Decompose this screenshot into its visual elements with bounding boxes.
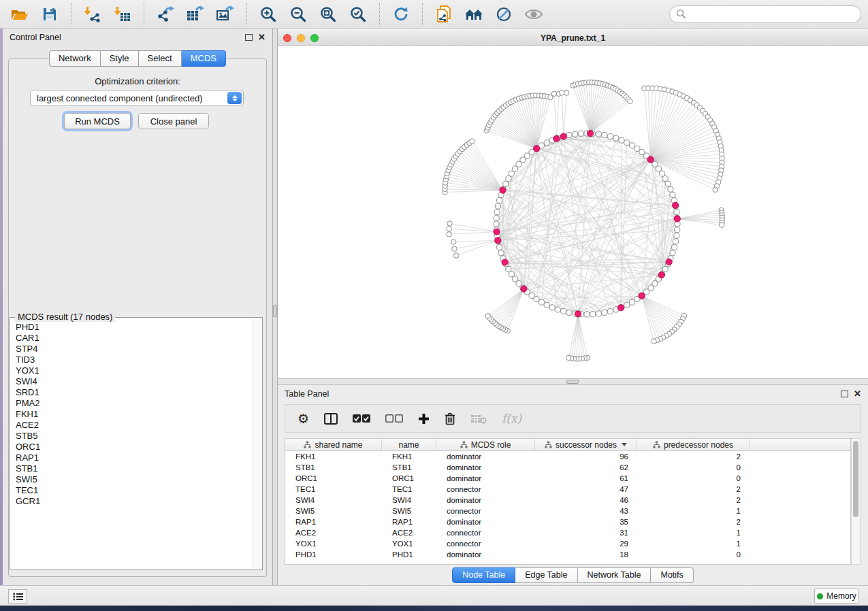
table-scrollbar[interactable] <box>851 438 861 565</box>
zoom-in-button[interactable] <box>255 3 281 26</box>
cell-name: YOX1 <box>382 538 436 549</box>
column-header-shared-name[interactable]: shared name <box>285 439 382 450</box>
table-row[interactable]: FKH1FKH1dominator962 <box>285 451 850 462</box>
mcds-node-item[interactable]: FKH1 <box>16 409 253 420</box>
tab-edge-table[interactable]: Edge Table <box>515 567 577 583</box>
zoom-selected-icon <box>349 5 367 23</box>
cell-successor-nodes: 35 <box>535 516 637 527</box>
node-table[interactable]: shared namenameMCDS rolesuccessor nodesp… <box>285 438 851 565</box>
delete-rows-button[interactable] <box>445 412 455 425</box>
horizontal-splitter[interactable] <box>278 378 868 385</box>
cell-mcds-role: dominator <box>436 516 535 527</box>
float-panel-icon[interactable] <box>841 391 848 397</box>
table-row[interactable]: ACE2ACE2connector311 <box>285 527 850 538</box>
save-session-button[interactable] <box>37 3 63 26</box>
mcds-node-item[interactable]: SRD1 <box>16 387 253 398</box>
splitter-handle[interactable] <box>273 305 277 317</box>
mcds-result-list[interactable]: PHD1CAR1STP4TID3YOX1SWI4SRD1PMA2FKH1ACE2… <box>11 322 253 567</box>
mcds-node-item[interactable]: PHD1 <box>16 322 253 333</box>
hide-selected-button[interactable] <box>491 3 517 26</box>
run-mcds-button[interactable]: Run MCDS <box>64 113 131 129</box>
apply-function-button[interactable]: f(x) <box>502 412 521 425</box>
mcds-node-item[interactable]: CAR1 <box>16 333 253 344</box>
tab-network[interactable]: Network <box>49 50 101 67</box>
search-input[interactable] <box>686 10 854 19</box>
refresh-button[interactable] <box>388 3 414 26</box>
status-bar: Memory <box>0 585 868 606</box>
mcds-node-item[interactable]: RAP1 <box>16 452 253 463</box>
table-row[interactable]: SWI4SWI4dominator462 <box>285 495 850 506</box>
close-panel-button[interactable]: Close panel <box>138 113 209 129</box>
mcds-node-item[interactable]: ORC1 <box>16 442 253 452</box>
mcds-list-scrollbar[interactable] <box>253 318 261 567</box>
mcds-node-item[interactable]: TEC1 <box>16 485 253 496</box>
table-row[interactable]: ORC1ORC1dominator610 <box>285 473 850 484</box>
splitter-handle[interactable] <box>566 380 579 384</box>
import-network-icon <box>84 5 101 23</box>
settings-gear-button[interactable]: ⚙ <box>298 411 309 427</box>
control-panel-tabs: NetworkStyleSelectMCDS <box>3 50 272 67</box>
add-row-button[interactable] <box>418 413 430 425</box>
task-history-button[interactable] <box>8 589 27 604</box>
zoom-fit-button[interactable] <box>315 3 341 26</box>
network-view-canvas[interactable] <box>278 46 868 378</box>
zoom-out-button[interactable] <box>285 3 311 26</box>
tab-network-table[interactable]: Network Table <box>578 567 652 583</box>
table-row[interactable]: STB1STB1dominator620 <box>285 462 850 473</box>
show-columns-button[interactable] <box>324 413 338 425</box>
delete-table-button[interactable] <box>470 414 487 424</box>
tab-mcds[interactable]: MCDS <box>182 50 226 67</box>
cell-name: STB1 <box>382 462 436 473</box>
table-row[interactable]: PHD1PHD1dominator180 <box>285 549 850 560</box>
mcds-node-item[interactable]: ACE2 <box>16 420 253 431</box>
mcds-node-item[interactable]: YOX1 <box>16 365 253 376</box>
tab-motifs[interactable]: Motifs <box>651 567 693 583</box>
import-table-button[interactable] <box>110 3 135 26</box>
mcds-node-item[interactable]: STB5 <box>16 431 253 442</box>
table-row[interactable]: TEC1TEC1connector472 <box>285 484 850 495</box>
mcds-node-item[interactable]: STP4 <box>16 344 253 354</box>
scrollbar-thumb[interactable] <box>853 441 858 517</box>
select-all-button[interactable] <box>353 414 370 423</box>
export-network-button[interactable] <box>152 3 178 26</box>
mcds-node-item[interactable]: SWI4 <box>16 376 253 387</box>
optimization-criterion-select[interactable]: largest connected component (undirected) <box>30 90 244 106</box>
mcds-node-item[interactable]: STB1 <box>16 463 253 474</box>
close-panel-icon[interactable]: ✕ <box>854 391 861 397</box>
memory-button[interactable]: Memory <box>814 589 859 604</box>
table-row[interactable]: RAP1RAP1dominator352 <box>285 516 850 527</box>
clone-network-button[interactable] <box>431 3 457 26</box>
close-panel-icon[interactable]: ✕ <box>258 34 266 41</box>
cell-shared-name: PHD1 <box>285 549 382 560</box>
desktop-wallpaper-bottom <box>0 606 868 611</box>
table-toolbar: ⚙ f(x) <box>285 404 861 433</box>
float-panel-icon[interactable] <box>245 34 253 41</box>
mcds-node-item[interactable]: GCR1 <box>16 496 253 507</box>
deselect-all-button[interactable] <box>385 414 403 423</box>
show-hidden-button[interactable] <box>521 3 547 26</box>
search-box[interactable] <box>669 5 861 23</box>
mcds-node-item[interactable]: TID3 <box>16 354 253 365</box>
mcds-node-item[interactable]: SWI5 <box>16 474 253 485</box>
column-header-predecessor-nodes[interactable]: predecessor nodes <box>637 439 750 450</box>
column-header-name[interactable]: name <box>382 439 436 450</box>
export-table-button[interactable] <box>182 3 208 26</box>
open-session-button[interactable] <box>7 3 33 26</box>
column-header-successor-nodes[interactable]: successor nodes <box>535 439 637 450</box>
tab-select[interactable]: Select <box>139 50 182 67</box>
vertical-splitter[interactable] <box>272 29 278 585</box>
tab-node-table[interactable]: Node Table <box>452 567 515 583</box>
export-image-button[interactable] <box>212 3 238 26</box>
table-row[interactable]: YOX1YOX1connector291 <box>285 538 850 549</box>
zoom-selected-button[interactable] <box>345 3 371 26</box>
table-row[interactable]: SWI5SWI5connector431 <box>285 506 850 516</box>
column-header-mcds-role[interactable]: MCDS role <box>436 439 535 450</box>
mcds-result-group: MCDS result (17 nodes) PHD1CAR1STP4TID3Y… <box>10 317 263 570</box>
import-network-button[interactable] <box>80 3 106 26</box>
tab-style[interactable]: Style <box>101 50 139 67</box>
toolbar-separator <box>71 3 71 25</box>
cell-name: ACE2 <box>382 527 436 538</box>
network-window-titlebar[interactable]: YPA_prune.txt_1 <box>278 31 868 46</box>
network-home-button[interactable] <box>461 3 487 26</box>
mcds-node-item[interactable]: PMA2 <box>16 398 253 409</box>
